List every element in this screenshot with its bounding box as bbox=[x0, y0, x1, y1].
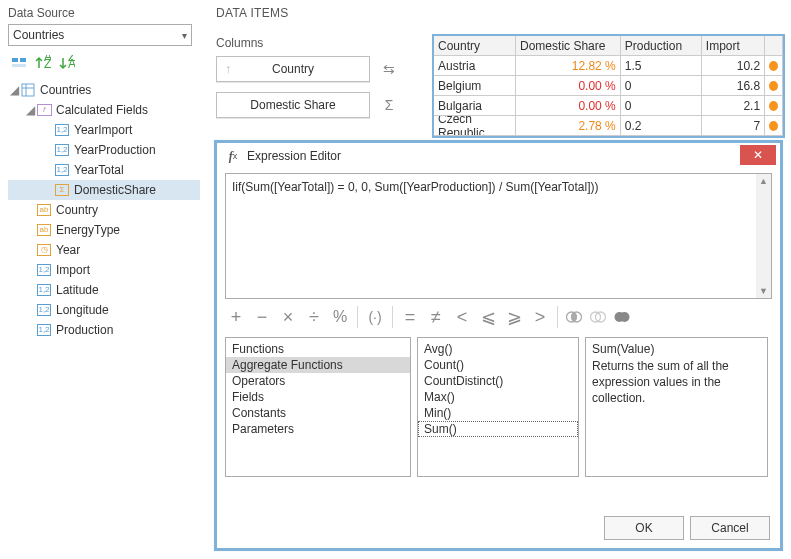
tree-field[interactable]: abCountry bbox=[8, 200, 200, 220]
op-plus[interactable]: + bbox=[225, 307, 247, 328]
col-header-country[interactable]: Country bbox=[434, 36, 516, 56]
tree-field[interactable]: ◷Year bbox=[8, 240, 200, 260]
function-list[interactable]: Avg()Count()CountDistinct()Max()Min()Sum… bbox=[417, 337, 579, 477]
category-item[interactable]: Parameters bbox=[226, 421, 410, 437]
cell-domestic-share: 12.82 % bbox=[516, 56, 621, 76]
dialog-title: Expression Editor bbox=[247, 149, 341, 163]
op-not-equals[interactable]: ≠ bbox=[425, 307, 447, 328]
expression-text: Iif(Sum([YearTotal]) = 0, 0, Sum([YearPr… bbox=[226, 174, 771, 200]
op-and-icon[interactable] bbox=[564, 307, 584, 327]
cell-production: 0 bbox=[621, 76, 702, 96]
tree-field-selected[interactable]: ΣDomesticShare bbox=[8, 180, 200, 200]
function-item[interactable]: CountDistinct() bbox=[418, 373, 578, 389]
column-pill-country[interactable]: ↑ Country bbox=[216, 56, 370, 82]
numeric-field-icon: 1,2 bbox=[54, 142, 70, 158]
svg-point-15 bbox=[620, 312, 630, 322]
op-less-eq[interactable]: ⩽ bbox=[477, 306, 499, 328]
op-multiply[interactable]: × bbox=[277, 307, 299, 328]
expand-icon[interactable]: ◢ bbox=[8, 80, 20, 100]
table-row[interactable]: Czech Republic2.78 %0.27 bbox=[434, 116, 783, 136]
tree-field[interactable]: 1,2YearTotal bbox=[8, 160, 200, 180]
table-row[interactable]: Belgium0.00 %016.8 bbox=[434, 76, 783, 96]
op-parens[interactable]: (·) bbox=[364, 309, 386, 325]
op-divide[interactable]: ÷ bbox=[303, 307, 325, 328]
cell-country: Belgium bbox=[434, 76, 516, 96]
tree-field-label: YearProduction bbox=[74, 140, 156, 160]
tree-field-label: YearTotal bbox=[74, 160, 124, 180]
op-or-icon[interactable] bbox=[588, 307, 608, 327]
op-percent[interactable]: % bbox=[329, 308, 351, 326]
numeric-field-icon: 1,2 bbox=[54, 162, 70, 178]
data-source-dropdown[interactable]: Countries ▾ bbox=[8, 24, 192, 46]
op-equals[interactable]: = bbox=[399, 307, 421, 328]
cell-import: 7 bbox=[702, 116, 765, 136]
tree-field-label: YearImport bbox=[74, 120, 132, 140]
op-greater[interactable]: > bbox=[529, 307, 551, 328]
transpose-icon[interactable]: ⇆ bbox=[380, 61, 398, 77]
cell-production: 0 bbox=[621, 96, 702, 116]
sort-desc-icon[interactable]: ZA bbox=[56, 52, 78, 74]
col-header-production[interactable]: Production bbox=[621, 36, 702, 56]
cancel-button[interactable]: Cancel bbox=[690, 516, 770, 540]
tree-field-label: Country bbox=[56, 200, 98, 220]
tree-field[interactable]: 1,2Import bbox=[8, 260, 200, 280]
expression-editor-dialog: fx Expression Editor ✕ Iif(Sum([YearTota… bbox=[214, 140, 783, 551]
category-item[interactable]: Aggregate Functions bbox=[226, 357, 410, 373]
table-row[interactable]: Austria12.82 %1.510.2 bbox=[434, 56, 783, 76]
cell-import: 10.2 bbox=[702, 56, 765, 76]
tree-field[interactable]: abEnergyType bbox=[8, 220, 200, 240]
category-item[interactable]: Constants bbox=[226, 405, 410, 421]
tree-field[interactable]: 1,2Latitude bbox=[8, 280, 200, 300]
fx-icon: f bbox=[36, 102, 52, 118]
expand-icon[interactable]: ◢ bbox=[24, 100, 36, 120]
table-row[interactable]: Bulgaria0.00 %02.1 bbox=[434, 96, 783, 116]
category-list[interactable]: FunctionsAggregate FunctionsOperatorsFie… bbox=[225, 337, 411, 477]
close-button[interactable]: ✕ bbox=[740, 145, 776, 165]
tree-field[interactable]: 1,2YearProduction bbox=[8, 140, 200, 160]
scrollbar[interactable]: ▲▼ bbox=[756, 174, 771, 298]
cell-production: 0.2 bbox=[621, 116, 702, 136]
function-item[interactable]: Min() bbox=[418, 405, 578, 421]
function-item[interactable]: Avg() bbox=[418, 341, 578, 357]
function-item[interactable]: Max() bbox=[418, 389, 578, 405]
op-greater-eq[interactable]: ⩾ bbox=[503, 306, 525, 328]
op-not-icon[interactable] bbox=[612, 307, 632, 327]
cell-country: Czech Republic bbox=[434, 116, 516, 136]
col-header-status bbox=[765, 36, 783, 56]
category-item[interactable]: Fields bbox=[226, 389, 410, 405]
tree-root[interactable]: ◢ Countries bbox=[8, 80, 200, 100]
column-pill-domestic-share[interactable]: Domestic Share bbox=[216, 92, 370, 118]
cell-import: 2.1 bbox=[702, 96, 765, 116]
numeric-field-icon: 1,2 bbox=[36, 322, 52, 338]
expression-textarea[interactable]: Iif(Sum([YearTotal]) = 0, 0, Sum([YearPr… bbox=[225, 173, 772, 299]
function-item[interactable]: Sum() bbox=[418, 421, 578, 437]
cell-domestic-share: 2.78 % bbox=[516, 116, 621, 136]
tree-calc-group[interactable]: ◢ f Calculated Fields bbox=[8, 100, 200, 120]
ok-button[interactable]: OK bbox=[604, 516, 684, 540]
svg-rect-0 bbox=[12, 58, 18, 62]
scroll-up-icon[interactable]: ▲ bbox=[759, 174, 768, 188]
help-title: Sum(Value) bbox=[592, 342, 761, 356]
sigma-button-icon[interactable]: Σ bbox=[380, 97, 398, 113]
tree-field[interactable]: 1,2Longitude bbox=[8, 300, 200, 320]
svg-rect-2 bbox=[12, 64, 26, 67]
layout-icon[interactable] bbox=[8, 52, 30, 74]
op-minus[interactable]: − bbox=[251, 307, 273, 328]
scroll-down-icon[interactable]: ▼ bbox=[759, 284, 768, 298]
tree-field[interactable]: 1,2Production bbox=[8, 320, 200, 340]
function-item[interactable]: Count() bbox=[418, 357, 578, 373]
category-item[interactable]: Functions bbox=[226, 341, 410, 357]
sort-asc-icon[interactable]: AZ bbox=[32, 52, 54, 74]
table-icon bbox=[20, 82, 36, 98]
cell-production: 1.5 bbox=[621, 56, 702, 76]
tree-field[interactable]: 1,2YearImport bbox=[8, 120, 200, 140]
numeric-field-icon: 1,2 bbox=[36, 262, 52, 278]
category-item[interactable]: Operators bbox=[226, 373, 410, 389]
col-header-domestic-share[interactable]: Domestic Share bbox=[516, 36, 621, 56]
svg-text:A: A bbox=[68, 57, 75, 71]
op-less[interactable]: < bbox=[451, 307, 473, 328]
col-header-import[interactable]: Import bbox=[702, 36, 765, 56]
tree-field-label: Year bbox=[56, 240, 80, 260]
close-icon: ✕ bbox=[753, 148, 763, 162]
cell-status bbox=[765, 116, 783, 136]
